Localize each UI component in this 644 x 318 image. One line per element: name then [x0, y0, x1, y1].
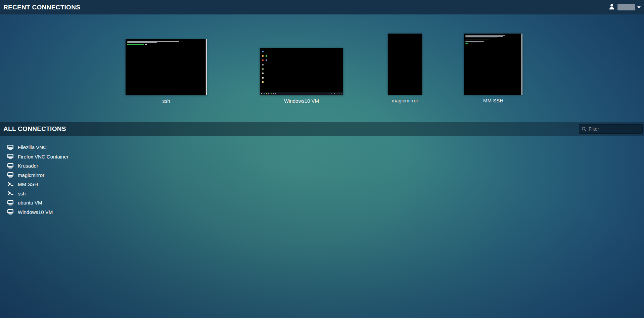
guacamole-home-screen: RECENT CONNECTIONS ssh: [0, 0, 644, 318]
chevron-down-icon: [637, 6, 641, 8]
monitor-icon: [7, 154, 14, 159]
monitor-icon: [7, 163, 14, 169]
connection-name: Windows10 VM: [260, 98, 343, 104]
monitor-icon: [7, 145, 14, 150]
recent-connection-magicmirror[interactable]: magicmirror: [388, 34, 422, 103]
connection-name: MM SSH: [18, 181, 38, 187]
connection-name: MM SSH: [464, 98, 522, 103]
connection-name: magicmirror: [388, 98, 422, 103]
thumbnail-scrollbar: [205, 39, 207, 95]
terminal-icon: [7, 182, 14, 187]
username-redacted: [617, 4, 635, 10]
thumbnail-scrollbar: [521, 34, 522, 95]
connection-name: Firefox VNC Container: [18, 154, 68, 160]
section-title: ALL CONNECTIONS: [3, 125, 66, 133]
connection-list: Filezilla VNC Firefox VNC Container Krus…: [0, 143, 175, 217]
filter-box: [579, 124, 643, 134]
monitor-icon: [7, 209, 14, 215]
connection-name: magicmirror: [18, 172, 44, 178]
connection-name: Filezilla VNC: [18, 144, 47, 150]
connection-thumbnail: [126, 39, 207, 95]
monitor-icon: [7, 172, 14, 178]
connection-item-ssh[interactable]: ssh: [0, 189, 175, 198]
connection-thumbnail: [260, 48, 343, 95]
connection-thumbnail: [464, 34, 522, 95]
page-title: RECENT CONNECTIONS: [3, 4, 80, 11]
connection-name: ssh: [126, 98, 207, 104]
connection-item-krusader[interactable]: Krusader: [0, 161, 175, 171]
connection-item-firefox-vnc-container[interactable]: Firefox VNC Container: [0, 152, 175, 162]
thumbnail-taskbar: [260, 92, 343, 95]
connection-name: Windows10 VM: [18, 209, 53, 215]
connection-name: ubuntu VM: [18, 200, 42, 206]
connection-name: Krusader: [18, 163, 38, 169]
user-icon: [608, 3, 615, 11]
connection-item-magicmirror[interactable]: magicmirror: [0, 171, 175, 180]
filter-input[interactable]: [579, 124, 643, 134]
recent-connection-ssh[interactable]: ssh: [126, 39, 207, 104]
connection-item-windows10-vm[interactable]: Windows10 VM: [0, 208, 175, 217]
connection-item-mm-ssh[interactable]: MM SSH: [0, 180, 175, 189]
monitor-icon: [7, 200, 14, 206]
top-bar: RECENT CONNECTIONS: [0, 0, 644, 14]
connection-name: ssh: [18, 191, 26, 196]
terminal-icon: [7, 191, 14, 196]
connection-item-filezilla-vnc[interactable]: Filezilla VNC: [0, 143, 175, 152]
user-menu-button[interactable]: [608, 3, 641, 11]
recent-connection-windows10-vm[interactable]: Windows10 VM: [260, 48, 343, 104]
connection-thumbnail: [388, 34, 422, 95]
all-connections-bar: ALL CONNECTIONS: [0, 122, 644, 136]
recent-connection-mm-ssh[interactable]: MM SSH: [464, 34, 522, 103]
connection-item-ubuntu-vm[interactable]: ubuntu VM: [0, 198, 175, 208]
